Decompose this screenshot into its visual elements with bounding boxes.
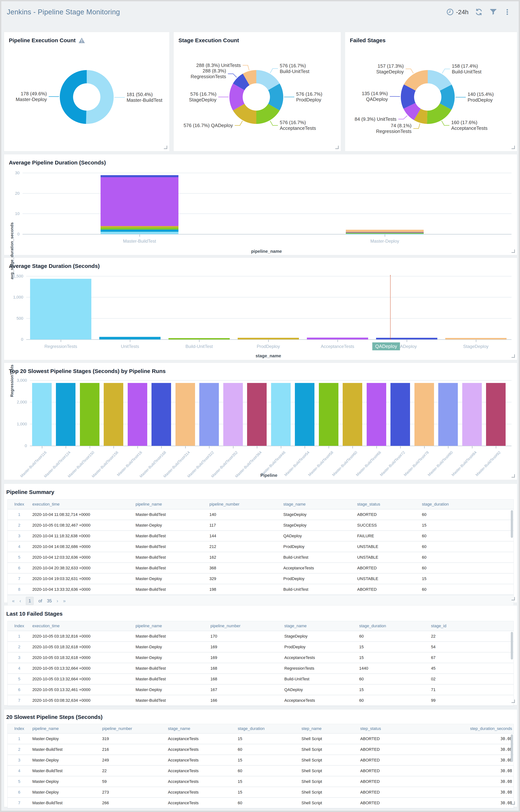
- table-row[interactable]: 62020-10-05 03:13:32,461 +0000Master-Dep…: [7, 684, 514, 695]
- table-row[interactable]: 12020-10-05 03:18:32,816 +0000Master-Bui…: [7, 631, 514, 642]
- column-header[interactable]: Index: [7, 623, 31, 628]
- column-header[interactable]: step_status: [359, 726, 425, 731]
- column-header[interactable]: stage_duration: [236, 726, 300, 731]
- table-row[interactable]: 52020-10-04 12:03:32,636 +0000Master-Bui…: [7, 552, 514, 563]
- table-row[interactable]: 7Master-BuildTest266AcceptanceTests60She…: [7, 798, 514, 809]
- column-header[interactable]: stage_duration: [420, 502, 514, 507]
- kebab-menu-icon[interactable]: [503, 8, 511, 16]
- bar[interactable]: [104, 383, 123, 446]
- table-row[interactable]: 2Master-BuildTest216AcceptanceTests60She…: [7, 744, 514, 755]
- table-row[interactable]: 42020-10-04 14:08:32,686 +0000Master-Bui…: [7, 541, 514, 552]
- table-row[interactable]: 62020-10-04 20:38:32,633 +0000Master-Bui…: [7, 563, 514, 573]
- bar[interactable]: [414, 383, 434, 446]
- bar-segment[interactable]: [346, 234, 424, 234]
- column-header[interactable]: pipeline_name: [134, 623, 209, 628]
- column-header[interactable]: pipeline_number: [208, 502, 282, 507]
- column-header[interactable]: pipeline_name: [134, 502, 208, 507]
- bar[interactable]: [238, 338, 299, 339]
- table-row[interactable]: 12020-10-04 11:08:32,714 +0000Master-Bui…: [7, 509, 514, 520]
- table-scrollbar[interactable]: [511, 510, 513, 538]
- column-header[interactable]: Index: [7, 502, 31, 507]
- bar[interactable]: [462, 383, 482, 446]
- bar-segment[interactable]: [101, 177, 178, 226]
- column-header[interactable]: Index: [7, 726, 31, 731]
- pagination-current-page[interactable]: 1: [26, 597, 33, 605]
- table-row[interactable]: 6Master-Deploy273AcceptanceTests15Shell …: [7, 787, 514, 798]
- column-header[interactable]: pipeline_number: [101, 726, 166, 731]
- bar[interactable]: [486, 383, 505, 446]
- bar-segment[interactable]: [346, 232, 424, 232]
- table-row[interactable]: 72020-10-05 03:08:32,634 +0000Master-Bui…: [7, 695, 514, 706]
- bar[interactable]: [343, 383, 362, 446]
- resize-handle-icon[interactable]: [512, 249, 515, 253]
- bar-segment[interactable]: [346, 233, 424, 233]
- pagination-last-button[interactable]: »: [63, 598, 66, 604]
- bar[interactable]: [168, 338, 230, 339]
- column-header[interactable]: step_name: [300, 726, 359, 731]
- bar-segment[interactable]: [346, 232, 424, 233]
- column-header[interactable]: execution_time: [31, 502, 134, 507]
- table-row[interactable]: 22020-10-05 01:08:32,467 +0000Master-Dep…: [7, 520, 514, 531]
- bar[interactable]: [56, 383, 76, 446]
- resize-handle-icon[interactable]: [512, 801, 515, 805]
- bar-segment[interactable]: [346, 230, 424, 232]
- bar-segment[interactable]: [101, 226, 178, 227]
- column-header[interactable]: stage_id: [430, 623, 514, 628]
- table-row[interactable]: 1Master-Deploy319AcceptanceTests15Shell …: [7, 734, 514, 744]
- bar[interactable]: [128, 383, 147, 446]
- table-row[interactable]: 5Master-Deploy59AcceptanceTests15Shell S…: [7, 777, 514, 787]
- pagination-prev-button[interactable]: ‹: [19, 598, 21, 604]
- bar[interactable]: [307, 338, 368, 339]
- column-header[interactable]: stage_name: [166, 726, 236, 731]
- table-scrollbar[interactable]: [511, 734, 513, 762]
- column-header[interactable]: stage_duration: [358, 623, 430, 628]
- bar[interactable]: [376, 338, 437, 339]
- pie-slice[interactable]: [60, 70, 87, 124]
- bar[interactable]: [30, 279, 92, 339]
- table-row[interactable]: 22020-10-05 03:18:32,618 +0000Master-Dep…: [7, 642, 514, 652]
- resize-handle-icon[interactable]: [512, 597, 515, 600]
- table-row[interactable]: 32020-10-04 11:18:32,638 +0000Master-Bui…: [7, 531, 514, 541]
- pagination-first-button[interactable]: «: [12, 598, 15, 604]
- resize-handle-icon[interactable]: [512, 474, 515, 478]
- resize-handle-icon[interactable]: [512, 700, 515, 703]
- filter-icon[interactable]: [489, 8, 497, 16]
- column-header[interactable]: pipeline_number: [209, 623, 283, 628]
- bar[interactable]: [295, 383, 314, 446]
- bar-segment[interactable]: [101, 175, 178, 177]
- bar[interactable]: [32, 383, 52, 446]
- bar[interactable]: [199, 383, 219, 446]
- table-row[interactable]: 4Master-BuildTest22AcceptanceTests60Shel…: [7, 766, 514, 777]
- bar-segment[interactable]: [346, 232, 424, 233]
- pagination-next-button[interactable]: ›: [57, 598, 58, 604]
- column-header[interactable]: stage_name: [283, 623, 358, 628]
- table-row[interactable]: 72020-10-04 19:03:32,631 +0000Master-Dep…: [7, 573, 514, 584]
- bar[interactable]: [367, 383, 386, 446]
- bar[interactable]: [152, 383, 171, 446]
- bar-segment[interactable]: [101, 229, 178, 232]
- table-row[interactable]: 52020-10-05 03:13:32,664 +0000Master-Bui…: [7, 674, 514, 684]
- table-scrollbar[interactable]: [511, 632, 513, 660]
- bar[interactable]: [319, 383, 338, 446]
- bar-segment[interactable]: [346, 233, 424, 234]
- bar[interactable]: [390, 383, 410, 446]
- bar[interactable]: [99, 337, 160, 339]
- bar[interactable]: [445, 338, 506, 339]
- table-row[interactable]: 42020-10-05 03:13:32,664 +0000Master-Bui…: [7, 663, 514, 674]
- pie-slice[interactable]: [86, 70, 114, 124]
- column-header[interactable]: stage_status: [356, 502, 420, 507]
- column-header[interactable]: stage_name: [282, 502, 356, 507]
- bar-segment[interactable]: [101, 227, 178, 229]
- bar[interactable]: [271, 383, 291, 446]
- time-range-control[interactable]: -24h: [446, 8, 469, 16]
- bar[interactable]: [80, 383, 100, 446]
- table-row[interactable]: 82020-10-04 13:33:32,636 +0000Master-Bui…: [7, 584, 514, 595]
- bar[interactable]: [438, 383, 458, 446]
- table-row[interactable]: 32020-10-05 03:18:32,618 +0000Master-Dep…: [7, 652, 514, 663]
- column-header[interactable]: execution_time: [31, 623, 134, 628]
- resize-handle-icon[interactable]: [512, 354, 515, 358]
- bar-segment[interactable]: [101, 232, 178, 234]
- bar[interactable]: [223, 383, 243, 446]
- bar[interactable]: [176, 383, 195, 446]
- refresh-icon[interactable]: [475, 8, 483, 16]
